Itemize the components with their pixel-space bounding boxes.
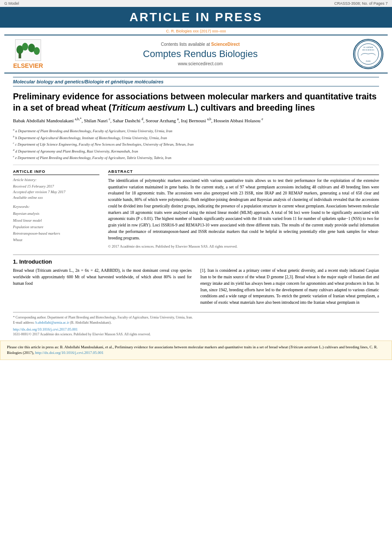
abstract-column: ABSTRACT The identification of polymorph…: [108, 169, 379, 249]
doi-section: http://dx.doi.org/10.1016/j.crvi.2017.05…: [13, 327, 379, 331]
affiliation-e: e e Department of Plant Breeding and Bio…: [13, 154, 379, 161]
journal-header-center: Contents lists available at ScienceDirec…: [48, 42, 353, 66]
info-abstract-columns: ARTICLE INFO Article history: Received 1…: [13, 169, 379, 249]
elsevier-logo: ELSEVIER: [9, 39, 48, 69]
keyword-1: Bayesian analysis: [13, 210, 99, 217]
article-in-press-title: ARTICLE IN PRESS: [0, 10, 392, 24]
sciencedirect-link[interactable]: ScienceDirect: [211, 42, 240, 47]
gmodel-label: G Model: [4, 1, 19, 6]
footnote-section: * Corresponding author. Department of Pl…: [13, 312, 379, 325]
available-date: Available online xxx: [13, 195, 99, 201]
article-info-label: ARTICLE INFO: [13, 169, 99, 175]
authors-line: Babak Abdollahi Mandoulakani a,b,*, Shil…: [13, 117, 379, 124]
keyword-4: Retrotransposon-based markers: [13, 230, 99, 237]
issn-line: 1631-0691/© 2017 Académie des sciences. …: [13, 332, 379, 336]
article-in-press-bar: ARTICLE IN PRESS: [0, 7, 392, 28]
cr-biologies-link: C. R. Biologies xxx (2017) xxx–xxx: [0, 28, 392, 35]
doi-url[interactable]: http://dx.doi.org/10.1016/j.crvi.2017.05…: [13, 327, 78, 331]
main-content: Molecular biology and genetics/Biologie …: [0, 77, 392, 336]
keywords-heading: Keywords:: [13, 204, 99, 209]
affiliation-c: c c Department of Life Science Engineeri…: [13, 141, 379, 147]
introduction-section: 1. Introduction Bread wheat (Triticum ae…: [13, 255, 379, 307]
svg-text:DES SCIENCES: DES SCIENCES: [362, 49, 374, 51]
intro-heading: 1. Introduction: [13, 258, 379, 265]
article-info-column: ARTICLE INFO Article history: Received 1…: [13, 169, 99, 249]
affiliation-d: d d Department of Agronomy and Plant Bre…: [13, 148, 379, 154]
email-line: E-mail address: b.abdollahi@urmia.ac.ir …: [13, 320, 379, 325]
accepted-date: Accepted after revision 7 May 2017: [13, 189, 99, 195]
academy-logo: ACADÉMIE DES SCIENCES PARIS: [353, 39, 383, 69]
citation-text: Please cite this article in press as: B.…: [7, 345, 378, 355]
journal-title: Comptes Rendus Biologies: [48, 48, 353, 60]
gmodel-header: G Model CRASS3-3508; No. of Pages 7: [0, 0, 392, 7]
affiliation-a: a a Department of Plant Breeding and Bio…: [13, 127, 379, 134]
intro-right-text: [1]. Iran is considered as a primary cen…: [201, 268, 379, 306]
intro-two-col: Bread wheat (Triticum aestivum L., 2n = …: [13, 268, 379, 307]
intro-left-col: Bread wheat (Triticum aestivum L., 2n = …: [13, 268, 192, 307]
article-title-italic: Triticum aestivum: [112, 103, 185, 112]
article-title: Preliminary evidence for associations be…: [13, 91, 379, 113]
elsevier-brand-label: ELSEVIER: [13, 62, 43, 69]
subject-line: Molecular biology and genetics/Biologie …: [13, 77, 379, 86]
received-date: Received 15 February 2017: [13, 184, 99, 189]
journal-url: www.sciencedirect.com: [48, 61, 353, 66]
corresponding-author: * Corresponding author. Department of Pl…: [13, 315, 379, 320]
journal-header: ELSEVIER Contents lists available at Sci…: [4, 35, 388, 73]
affiliations: a a Department of Plant Breeding and Bio…: [13, 127, 379, 165]
elsevier-tree-icon: [15, 39, 41, 61]
svg-text:ACADÉMIE: ACADÉMIE: [363, 46, 373, 48]
citation-doi-link[interactable]: http://dx.doi.org/10.1016/j.crvi.2017.05…: [35, 350, 104, 355]
keyword-5: Wheat: [13, 237, 99, 243]
abstract-label: ABSTRACT: [108, 169, 379, 175]
keyword-2: Mixed linear model: [13, 217, 99, 224]
intro-right-col: [1]. Iran is considered as a primary cen…: [201, 268, 379, 307]
cr-biologies-text: C. R. Biologies xxx (2017) xxx–xxx: [166, 29, 226, 33]
article-history: Article history: Received 15 February 20…: [13, 178, 99, 200]
citation-bar: Please cite this article in press as: B.…: [0, 341, 392, 360]
keywords-section: Keywords: Bayesian analysis Mixed linear…: [13, 204, 99, 243]
svg-text:PARIS: PARIS: [366, 60, 370, 62]
abstract-copyright: © 2017 Académie des sciences. Published …: [108, 244, 379, 249]
svg-point-2: [22, 43, 28, 51]
citation-italic: Triticum aestivum: [290, 345, 318, 349]
gmodel-ref: CRASS3-3508; No. of Pages 7: [334, 1, 388, 6]
intro-left-text: Bread wheat (Triticum aestivum L., 2n = …: [13, 268, 192, 287]
keywords-list: Bayesian analysis Mixed linear model Pop…: [13, 210, 99, 243]
affiliation-b: b b Department of Agricultural Biotechno…: [13, 134, 379, 141]
svg-point-4: [34, 47, 40, 55]
history-heading: Article history:: [13, 178, 99, 182]
abstract-text: The identification of polymorphic marker…: [108, 178, 379, 249]
contents-available-text: Contents lists available at ScienceDirec…: [48, 42, 353, 47]
email-link[interactable]: b.abdollahi@urmia.ac.ir: [35, 321, 69, 325]
keyword-3: Population structure: [13, 224, 99, 230]
